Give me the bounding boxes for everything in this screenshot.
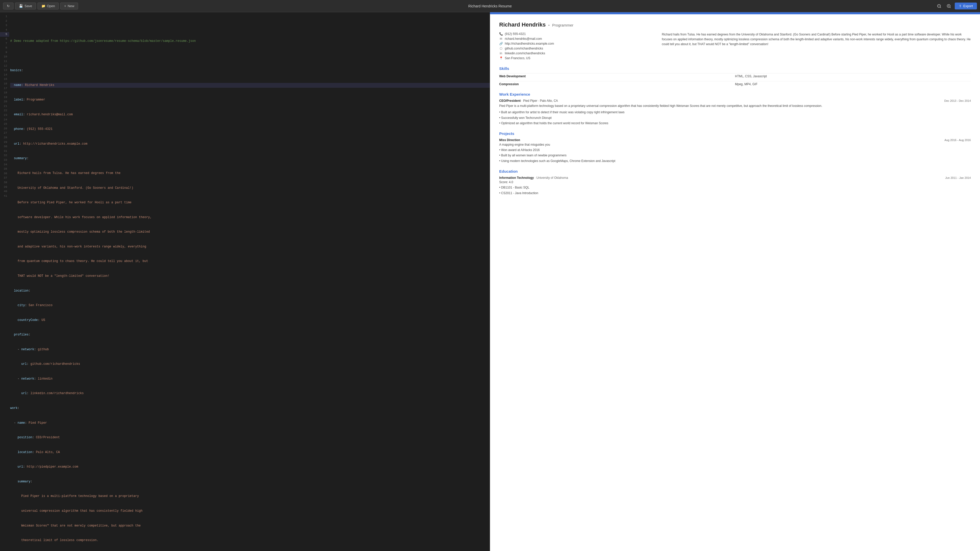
- line-num-32: 32: [0, 153, 9, 158]
- skill-val-1: Mpeg, MP4, GIF: [735, 81, 971, 87]
- line-num-18: 18: [0, 91, 9, 95]
- line-num-27: 27: [0, 131, 9, 135]
- edu-date-0: Jun 2011 - Jan 2014: [945, 176, 971, 179]
- line-num-22: 22: [0, 108, 9, 113]
- code-line-1: [10, 24, 490, 29]
- project-header-0: Miss Direction Aug 2016 - Aug 2016: [499, 138, 971, 142]
- projects-section-title: Projects: [499, 131, 971, 136]
- line-num-16: 16: [0, 82, 9, 86]
- line-num-8: 8: [0, 46, 9, 50]
- preview-content: Richard Hendriks • Programmer 📞 (912) 55…: [490, 14, 980, 206]
- line-num-29: 29: [0, 140, 9, 144]
- work-section-title: Work Experience: [499, 92, 971, 97]
- contact-location: 📍 San Francisco, US: [499, 56, 654, 60]
- resume-title-separator: •: [548, 23, 549, 27]
- line-numbers: 1 2 3 4 5 6 7 8 9 10 11 12 13 14 15 16 1…: [0, 12, 9, 551]
- line-num-39: 39: [0, 185, 9, 189]
- line-num-11: 11: [0, 59, 9, 64]
- line-num-9: 9: [0, 50, 9, 55]
- line-num-2: 2: [0, 19, 9, 24]
- code-line-19: location:: [10, 289, 490, 293]
- line-num-6: 6: [0, 37, 9, 41]
- line-num-28: 28: [0, 135, 9, 140]
- export-button[interactable]: ⇧ Export: [955, 3, 977, 10]
- svg-line-1: [940, 7, 941, 8]
- line-num-14: 14: [0, 73, 9, 77]
- code-line-21: countryCode: US: [10, 318, 490, 323]
- line-num-25: 25: [0, 122, 9, 127]
- zoom-out-button[interactable]: [935, 2, 943, 10]
- work-company-0: · Pied Piper · Palo Alto, CA: [522, 99, 558, 103]
- code-line-11: Richard hails from Tulsa. He has earned …: [10, 171, 490, 176]
- project-date-0: Aug 2016 - Aug 2016: [945, 138, 971, 141]
- code-line-30: location: Palo Alto, CA: [10, 450, 490, 455]
- line-num-24: 24: [0, 118, 9, 122]
- work-header-0: CEO/President · Pied Piper · Palo Alto, …: [499, 99, 971, 103]
- zoom-in-button[interactable]: [945, 2, 953, 10]
- work-position-0: CEO/President · Pied Piper · Palo Alto, …: [499, 99, 558, 103]
- code-line-31: url: http://piedpiper.example.com: [10, 465, 490, 469]
- resume-name-line: Richard Hendriks • Programmer: [499, 21, 971, 28]
- work-date-0: Dec 2013 - Dec 2014: [944, 99, 971, 102]
- edu-entry-0: Information Technology · University of O…: [499, 176, 971, 196]
- work-summary-0: Pied Piper is a multi-platform technolog…: [499, 103, 971, 108]
- code-line-9: url: http://richardhendricks.example.com: [10, 141, 490, 146]
- code-line-36: theoretical limit of lossless compressio…: [10, 538, 490, 543]
- line-num-36: 36: [0, 171, 9, 176]
- code-line-35: Weisman Scores™ that are not merely comp…: [10, 524, 490, 528]
- svg-line-4: [950, 7, 951, 8]
- code-line-13: Before starting Pied Piper, he worked fo…: [10, 200, 490, 205]
- line-num-20: 20: [0, 100, 9, 104]
- education-section-title: Education: [499, 169, 971, 173]
- line-num-40: 40: [0, 189, 9, 194]
- code-line-2: # Demo resume adapted from https://githu…: [10, 39, 490, 44]
- project-desc-0: A mapping engine that misguides you: [499, 143, 971, 146]
- project-name-0: Miss Direction: [499, 138, 520, 142]
- code-line-26: url: linkedin.com/richardhendricks: [10, 391, 490, 396]
- open-button[interactable]: 📁 Open: [38, 3, 59, 10]
- code-line-23: - network: github: [10, 347, 490, 352]
- skills-grid: Web Development HTML, CSS, Javascript Co…: [499, 73, 971, 87]
- preview-panel: Richard Hendriks • Programmer 📞 (912) 55…: [490, 12, 980, 551]
- contact-website: 🔗 http://richardhendricks.example.com: [499, 42, 654, 45]
- code-line-20: city: San Francisco: [10, 303, 490, 308]
- editor-panel[interactable]: 1 2 3 4 5 6 7 8 9 10 11 12 13 14 15 16 1…: [0, 12, 490, 551]
- code-line-7: email: richard.hendriks@mail.com: [10, 112, 490, 117]
- website-icon: 🔗: [499, 42, 503, 45]
- work-highlight-0-2: • Optimized an algorithm that holds the …: [499, 121, 971, 126]
- skill-val-0: HTML, CSS, Javascript: [735, 73, 971, 79]
- contact-linkedin: in linkedin.com/richardhendricks: [499, 52, 654, 55]
- line-num-7: 7: [0, 41, 9, 46]
- preview-header-bar: [490, 12, 980, 14]
- line-num-41: 41: [0, 194, 9, 198]
- line-num-15: 15: [0, 77, 9, 82]
- history-button[interactable]: ↻: [3, 3, 14, 10]
- resume-summary: Richard hails from Tulsa. He has earned …: [662, 32, 971, 47]
- line-num-3: 3: [0, 23, 9, 28]
- linkedin-icon: in: [499, 52, 503, 55]
- code-line-17: from quantum computing to chaos theory. …: [10, 259, 490, 264]
- line-num-30: 30: [0, 144, 9, 149]
- github-icon: ⬡: [499, 47, 503, 50]
- code-line-16: and adaptive variants, his non-work inte…: [10, 245, 490, 249]
- code-area[interactable]: # Demo resume adapted from https://githu…: [9, 12, 490, 551]
- code-line-18: THAT would NOT be a "length-limited" con…: [10, 274, 490, 279]
- line-num-37: 37: [0, 176, 9, 180]
- line-num-38: 38: [0, 180, 9, 185]
- history-icon: ↻: [7, 4, 10, 8]
- code-line-27: work:: [10, 406, 490, 411]
- toolbar-right: ⇧ Export: [935, 2, 977, 10]
- project-highlight-0-0: • Won award at AIHacks 2016: [499, 148, 971, 153]
- edu-course-0-0: • DB1101 - Basic SQL: [499, 185, 971, 191]
- location-icon: 📍: [499, 56, 503, 60]
- line-num-4: 4: [0, 28, 9, 32]
- project-highlights-0: • Won award at AIHacks 2016 • Built by a…: [499, 148, 971, 164]
- toolbar-left: ↻ 💾 Save 📁 Open + New: [3, 3, 78, 10]
- line-num-1: 1: [0, 14, 9, 19]
- code-line-15: mostly optimizing lossless compression s…: [10, 230, 490, 234]
- new-button[interactable]: + New: [60, 3, 78, 10]
- code-line-32: summary:: [10, 479, 490, 484]
- code-line-12: University of Oklahoma and Stanford. (Go…: [10, 186, 490, 191]
- code-line-10: summary:: [10, 156, 490, 161]
- save-button[interactable]: 💾 Save: [15, 3, 36, 10]
